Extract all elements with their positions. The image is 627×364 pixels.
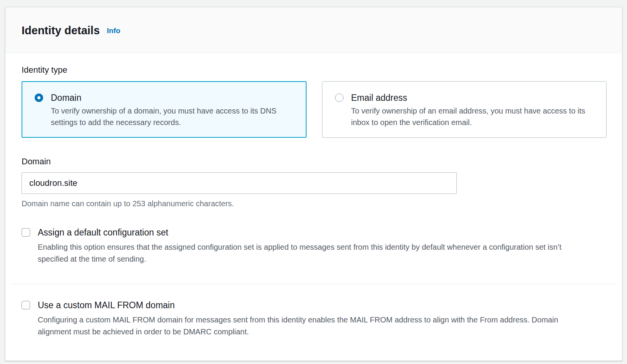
identity-type-label: Identity type	[22, 65, 607, 75]
tile-title-domain: Domain	[51, 92, 295, 104]
page-background: Identity details Info Identity type Doma…	[0, 7, 627, 361]
checkbox-row: Use a custom MAIL FROM domain	[22, 299, 607, 311]
panel-title: Identity details	[22, 24, 100, 37]
tile-text: Domain To verify ownership of a domain, …	[51, 92, 295, 128]
identity-type-option-email-address[interactable]: Email address To verify ownership of an …	[322, 81, 607, 138]
checkbox-label-assign-default-configuration-set[interactable]: Assign a default configuration set	[38, 227, 168, 238]
panel-body: Identity type Domain To verify ownership…	[5, 53, 622, 353]
radio-unchecked-icon[interactable]	[335, 94, 344, 102]
radio-checked-icon[interactable]	[35, 94, 43, 102]
custom-mail-from-group: Use a custom MAIL FROM domain Configurin…	[22, 299, 607, 338]
tile-description-domain: To verify ownership of a domain, you mus…	[51, 105, 295, 128]
info-link[interactable]: Info	[107, 27, 121, 35]
section-divider	[11, 284, 617, 284]
identity-type-tiles: Domain To verify ownership of a domain, …	[22, 81, 607, 138]
domain-field-label: Domain	[22, 157, 51, 166]
identity-type-option-domain[interactable]: Domain To verify ownership of a domain, …	[22, 81, 307, 138]
identity-details-panel: Identity details Info Identity type Doma…	[5, 7, 622, 361]
domain-input[interactable]	[22, 172, 457, 194]
tile-text: Email address To verify ownership of an …	[351, 92, 596, 128]
panel-header: Identity details Info	[5, 7, 622, 53]
checkbox-assign-default-configuration-set[interactable]	[22, 228, 30, 237]
tile-description-email-address: To verify ownership of an email address,…	[351, 105, 596, 128]
checkbox-description-assign-default-configuration-set: Enabling this option ensures that the as…	[38, 241, 593, 265]
checkbox-row: Assign a default configuration set	[22, 227, 607, 238]
default-configuration-set-group: Assign a default configuration set Enabl…	[22, 227, 607, 265]
identity-type-group: Identity type Domain To verify ownership…	[22, 65, 607, 138]
domain-field-group: Domain Domain name can contain up to 253…	[22, 156, 607, 209]
domain-field-hint: Domain name can contain up to 253 alphan…	[22, 198, 607, 209]
tile-title-email-address: Email address	[351, 92, 596, 104]
checkbox-description-use-custom-mail-from-domain: Configuring a custom MAIL FROM domain fo…	[38, 314, 593, 338]
checkbox-label-use-custom-mail-from-domain[interactable]: Use a custom MAIL FROM domain	[38, 299, 175, 311]
checkbox-use-custom-mail-from-domain[interactable]	[22, 301, 30, 309]
